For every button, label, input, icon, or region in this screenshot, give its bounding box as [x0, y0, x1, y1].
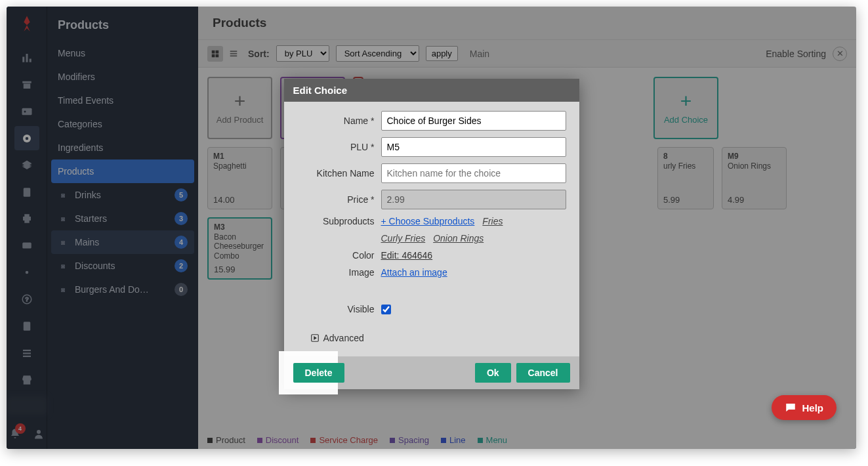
help-label: Help	[802, 402, 823, 413]
delete-button[interactable]: Delete	[293, 363, 344, 383]
name-input[interactable]	[381, 111, 566, 131]
subproduct-item[interactable]: Curly Fries	[381, 233, 426, 244]
plu-input[interactable]	[381, 137, 566, 157]
advanced-label: Advanced	[323, 333, 364, 343]
color-label: Color	[297, 250, 381, 261]
price-input	[381, 190, 566, 209]
play-icon	[310, 333, 320, 343]
name-label: Name *	[297, 116, 381, 126]
cancel-button[interactable]: Cancel	[516, 363, 570, 383]
plu-label: PLU *	[297, 142, 381, 152]
choose-subproducts-link[interactable]: + Choose Subproducts	[381, 216, 475, 226]
subproduct-item[interactable]: Onion Rings	[433, 233, 484, 244]
image-label: Image	[297, 267, 381, 278]
edit-choice-modal: Edit Choice Name * PLU * Kitchen Name Pr…	[284, 79, 579, 389]
subproducts-label: Subproducts	[297, 216, 381, 226]
modal-title: Edit Choice	[284, 79, 579, 102]
price-label: Price *	[297, 194, 381, 205]
visible-checkbox[interactable]	[381, 305, 391, 314]
modal-overlay: Edit Choice Name * PLU * Kitchen Name Pr…	[7, 7, 856, 449]
advanced-toggle[interactable]: Advanced	[297, 333, 566, 343]
chat-icon	[785, 402, 796, 413]
attach-image-link[interactable]: Attach an image	[381, 267, 447, 278]
color-edit-link[interactable]: Edit: 464646	[381, 250, 433, 261]
visible-label: Visible	[297, 304, 381, 314]
help-button[interactable]: Help	[772, 395, 837, 420]
kitchen-label: Kitchen Name	[297, 168, 381, 179]
subproduct-item[interactable]: Fries	[482, 216, 503, 226]
ok-button[interactable]: Ok	[475, 363, 511, 383]
kitchen-input[interactable]	[381, 163, 566, 183]
